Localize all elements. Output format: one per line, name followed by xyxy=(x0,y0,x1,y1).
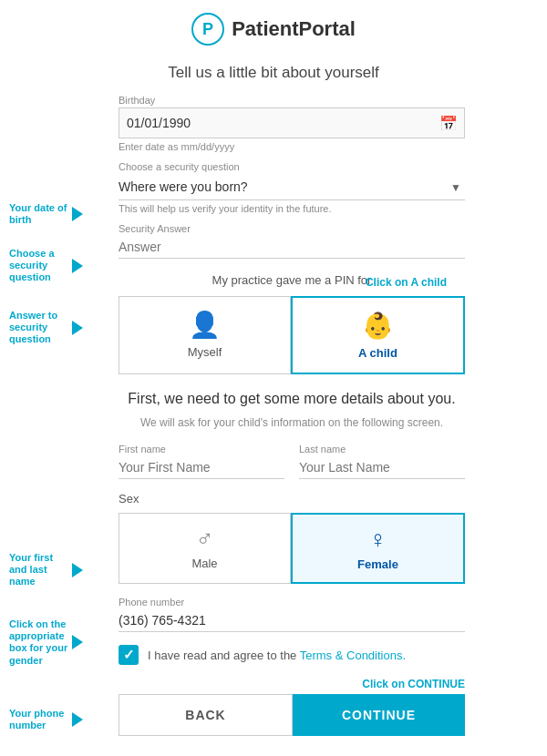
pin-option-myself[interactable]: 👤 Myself xyxy=(119,296,291,374)
app-name: PatientPortal xyxy=(232,17,356,41)
phone-input[interactable] xyxy=(119,609,465,632)
security-question-field-group: Choose a security question Where were yo… xyxy=(119,161,465,214)
page-title: Tell us a little bit about yourself xyxy=(0,64,547,82)
child-icon: 👶 xyxy=(362,311,394,341)
birthday-date-wrapper: 📅 xyxy=(119,107,465,138)
security-answer-label: Security Answer xyxy=(119,223,465,234)
myself-icon: 👤 xyxy=(189,310,221,340)
details-heading: First, we need to get some more details … xyxy=(119,389,465,409)
security-question-label: Choose a security question xyxy=(119,161,465,172)
details-subtext: We will ask for your child's information… xyxy=(119,416,465,429)
sex-option-female[interactable]: ♀ Female xyxy=(291,513,465,584)
security-answer-field-group: Security Answer xyxy=(119,223,465,259)
myself-label: Myself xyxy=(188,345,222,359)
first-name-input[interactable] xyxy=(119,456,284,479)
sex-option-male[interactable]: ♂ Male xyxy=(119,513,291,584)
terms-link[interactable]: Terms & Conditions. xyxy=(300,649,406,662)
child-label: A child xyxy=(358,346,397,360)
female-label: Female xyxy=(357,557,398,571)
back-button[interactable]: BACK xyxy=(119,694,293,736)
continue-button[interactable]: CONTINUE xyxy=(293,694,465,736)
terms-checkbox-area: ✓ I have read and agree to the Terms & C… xyxy=(119,645,465,665)
sex-section: Sex ♂ Male ♀ Female xyxy=(119,492,465,584)
last-name-input[interactable] xyxy=(299,456,465,479)
terms-checkbox[interactable]: ✓ xyxy=(119,645,139,665)
birthday-field-group: Birthday 📅 Enter date as mm/dd/yyyy xyxy=(119,95,465,152)
terms-text: I have read and agree to the Terms & Con… xyxy=(148,649,406,662)
app-logo-icon: P xyxy=(191,13,224,46)
security-answer-input[interactable] xyxy=(119,236,465,259)
male-icon: ♂ xyxy=(196,525,214,553)
male-label: Male xyxy=(191,557,217,570)
last-name-field-group: Last name xyxy=(299,444,465,479)
bottom-buttons: BACK CONTINUE xyxy=(119,694,465,736)
name-row: First name Last name xyxy=(119,444,465,479)
pin-option-child[interactable]: 👶 A child xyxy=(291,296,465,374)
phone-label: Phone number xyxy=(119,597,465,608)
phone-field-group: Phone number xyxy=(119,597,465,632)
security-question-select-wrapper: Where were you born? What is your mother… xyxy=(119,174,465,200)
checkmark-icon: ✓ xyxy=(123,647,135,663)
last-name-label: Last name xyxy=(299,444,465,455)
calendar-icon: 📅 xyxy=(439,115,458,132)
birthday-label: Birthday xyxy=(119,95,465,106)
birthday-hint: Enter date as mm/dd/yyyy xyxy=(119,141,465,152)
click-child-annotation: Click on A child xyxy=(366,276,447,289)
sex-label: Sex xyxy=(119,492,465,506)
first-name-label: First name xyxy=(119,444,284,455)
birthday-input[interactable] xyxy=(119,107,465,138)
app-header: P PatientPortal xyxy=(0,0,547,55)
security-question-select[interactable]: Where were you born? What is your mother… xyxy=(119,174,465,200)
svg-text:P: P xyxy=(202,20,213,38)
pin-options: 👤 Myself 👶 A child xyxy=(119,296,465,374)
pin-section: My practice gave me a PIN for Click on A… xyxy=(119,273,465,374)
first-name-field-group: First name xyxy=(119,444,284,479)
female-icon: ♀ xyxy=(369,526,387,554)
sex-options: ♂ Male ♀ Female xyxy=(119,513,465,584)
continue-annotation: Click on CONTINUE xyxy=(119,678,465,690)
security-question-hint: This will help us verify your identity i… xyxy=(119,203,465,214)
